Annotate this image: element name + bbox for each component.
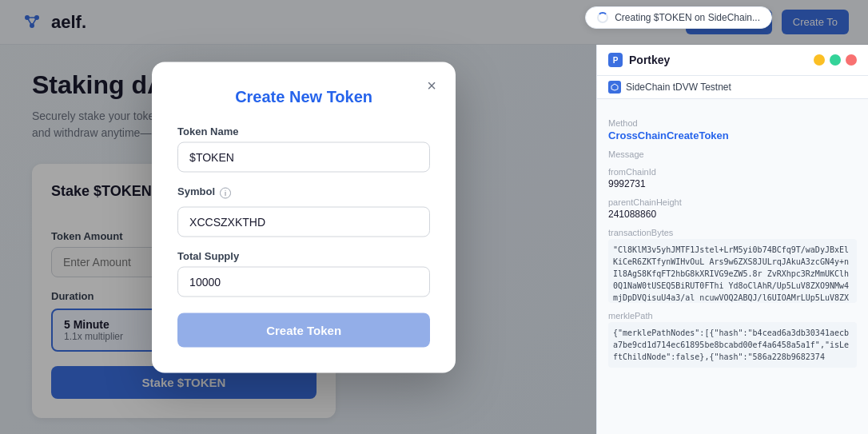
portkey-merkle-path-label: merklePath [608, 311, 857, 321]
portkey-merkle-path-value: {"merklePathNodes":[{"hash":"b4cead6a3db… [608, 322, 857, 368]
portkey-body: Method CrossChainCreateToken Message fro… [597, 99, 868, 434]
portkey-network-text: SideChain tDVW Testnet [626, 82, 731, 93]
window-close-button[interactable] [846, 54, 857, 66]
portkey-transaction-bytes-value: "Cl8KlM3v5yhJMTF1Jstel+LrM5yi0b74BCfq9T/… [608, 239, 857, 303]
modal-close-button[interactable]: × [420, 74, 443, 97]
portkey-network-icon [608, 81, 621, 94]
modal-title: Create New Token [177, 87, 430, 106]
symbol-label: Symbol [177, 185, 215, 197]
portkey-transaction-bytes-label: transactionBytes [608, 228, 857, 237]
svg-text:P: P [613, 56, 619, 65]
portkey-message-label: Message [608, 149, 857, 159]
create-token-modal: × Create New Token Token Name Symbol i T… [152, 62, 456, 372]
portkey-from-chain-id-value: 9992731 [608, 178, 857, 189]
symbol-label-row: Symbol i [177, 185, 430, 201]
symbol-input[interactable] [177, 206, 430, 237]
total-supply-input[interactable] [177, 266, 430, 297]
symbol-info-icon: i [220, 188, 231, 199]
portkey-from-chain-id-label: fromChainId [608, 167, 857, 177]
portkey-parent-chain-height-value: 241088860 [608, 209, 857, 220]
portkey-window-buttons [814, 54, 857, 66]
token-name-label: Token Name [177, 125, 430, 137]
portkey-panel: P Portkey SideChain tDVW Testnet Method … [596, 45, 868, 434]
spinner-text: Creating $TOKEN on SideChain... [615, 12, 760, 23]
portkey-method-value: CrossChainCreateToken [608, 129, 857, 141]
portkey-header: P Portkey [597, 45, 868, 76]
portkey-method-label: Method [608, 118, 857, 128]
window-minimize-button[interactable] [814, 54, 825, 66]
spinner-wrapper: Creating $TOKEN on SideChain... [585, 6, 772, 29]
window-maximize-button[interactable] [830, 54, 841, 66]
loading-spinner [597, 12, 608, 23]
token-name-input[interactable] [177, 141, 430, 172]
portkey-parent-chain-height-label: parentChainHeight [608, 197, 857, 207]
total-supply-label: Total Supply [177, 249, 430, 261]
svg-marker-8 [611, 84, 618, 90]
portkey-logo-icon: P [608, 53, 623, 67]
portkey-title: Portkey [629, 54, 807, 66]
create-token-submit-button[interactable]: Create Token [177, 313, 430, 347]
portkey-network-badge: SideChain tDVW Testnet [597, 76, 868, 99]
